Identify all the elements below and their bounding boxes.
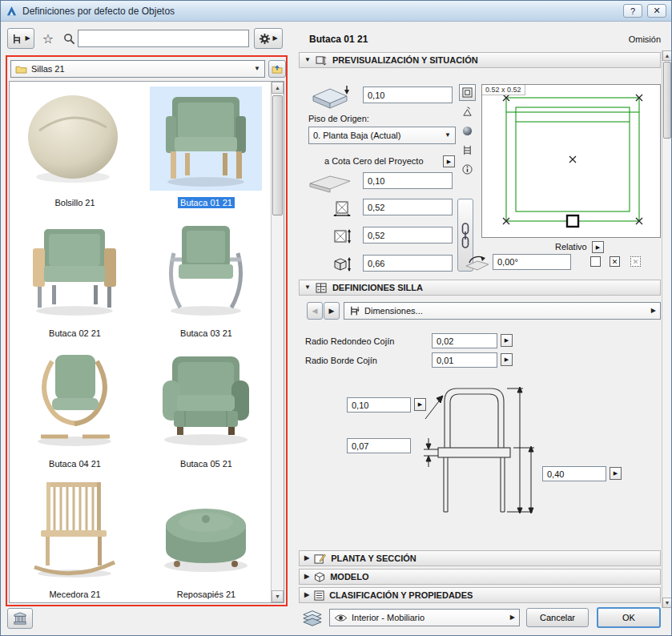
dimension-b-icon [331,227,353,245]
scrollbar-thumb[interactable] [663,62,671,139]
object-label: Bolsillo 21 [52,197,97,208]
scroll-down-icon[interactable]: ▼ [662,598,672,608]
list-icon [314,590,324,601]
object-thumbnail [150,87,262,191]
section-plan-header[interactable]: ▶ PLANTA Y SECCIÓN [299,550,661,566]
scrollbar-thumb[interactable] [272,95,283,215]
section-preview-header[interactable]: ▼ PREVISUALIZACIÓN Y SITUACIÓN [299,52,661,68]
preview-section-icon [316,55,328,66]
project-zero-field[interactable]: 0,10 [363,172,453,189]
relative-label: Relativo [555,242,587,252]
diagram-popup-button[interactable]: ▶ [610,467,622,480]
param-label: Radio Borde Cojín [305,356,377,365]
param-field[interactable]: 0,01 [432,352,497,368]
diagram-mid-field[interactable]: 0,07 [347,438,411,453]
folder-icon [15,65,27,74]
title-bar[interactable]: Definiciones por defecto de Objetos ? ✕ [1,1,671,22]
object-grid: Bolsillo 21 [9,81,284,603]
param-popup-button[interactable]: ▶ [501,334,513,347]
default-status-label: Omisión [594,34,661,44]
chevron-right-icon: ▶ [272,35,277,42]
plan-symbol-drawing [482,85,660,237]
elevation-view-button[interactable] [459,103,476,120]
preview-pane[interactable]: 0.52 x 0.52 [481,84,661,238]
object-label: Butaca 01 21 [178,197,235,208]
ok-button[interactable]: OK [597,607,661,628]
scroll-up-icon[interactable]: ▲ [272,82,284,94]
chevron-right-icon: ▶ [304,555,309,562]
eye-icon [334,614,348,622]
browser-scrollbar[interactable]: ▲ ▼ [271,82,284,602]
object-type-button[interactable]: ▶ [7,28,34,49]
section-silla-header[interactable]: ▼ DEFINICIONES SILLA [299,280,661,296]
temp-hotspot-checkbox[interactable]: ✕ [630,256,641,267]
section-model-header[interactable]: ▶ MODELO [299,569,661,585]
parameter-page-select[interactable]: Dimensiones... ▶ [344,302,661,320]
chevron-down-icon: ▼ [304,57,311,63]
list-item[interactable]: Reposapiés 21 [141,473,272,604]
chevron-right-icon: ▶ [651,308,656,314]
scroll-down-icon[interactable]: ▼ [272,590,284,602]
param-field[interactable]: 0,02 [432,333,497,348]
list-item[interactable]: Butaca 05 21 [141,343,272,473]
close-button[interactable]: ✕ [647,4,666,18]
dimension-b-field[interactable]: 0,52 [363,227,453,244]
origin-story-select[interactable]: 0. Planta Baja (Actual) ▼ [308,127,456,144]
chevron-right-icon: ▶ [304,592,309,598]
elevation-view-icon [462,107,473,117]
panel-scrollbar[interactable]: ▲ ▼ [662,50,672,608]
cancel-button[interactable]: Cancelar [526,608,589,627]
folder-select[interactable]: Sillas 21 ▼ [10,60,265,78]
object-thumbnail [150,217,262,321]
list-item[interactable]: Bolsillo 21 [10,82,140,212]
favorites-star-button[interactable]: ☆ [39,30,57,47]
info-button[interactable] [459,161,476,178]
list-item[interactable]: Butaca 02 21 [10,212,140,343]
mirror-checkbox[interactable] [590,256,601,267]
prev-page-button[interactable]: ◀ [307,302,323,320]
dimension-height-field[interactable]: 0,66 [363,255,453,272]
object-settings-dialog: Definiciones por defecto de Objetos ? ✕ … [0,0,672,636]
next-page-button[interactable]: ▶ [324,302,340,320]
chevron-right-icon: ▶ [510,614,515,621]
hotspot-checkbox[interactable]: ✕ [610,256,620,267]
rotation-field[interactable]: 0,00° [493,254,571,270]
section-title: PLANTA Y SECCIÓN [331,553,416,563]
search-input[interactable] [78,30,249,47]
chair-icon [11,33,23,45]
layers-icon[interactable] [300,608,324,627]
plan-section-icon [314,553,326,564]
object-thumbnail [18,217,131,321]
param-popup-button[interactable]: ▶ [501,353,513,366]
settings-button[interactable]: ▶ [254,28,283,49]
diagram-width-field[interactable]: 0,40 [542,466,606,481]
folder-up-button[interactable] [268,60,286,78]
dimension-height-icon [331,256,353,273]
section-title: CLASIFICACIÓN Y PROPIEDADES [329,590,473,600]
elevation-field[interactable]: 0,10 [363,87,453,103]
section-view-button[interactable] [459,142,476,159]
list-item[interactable]: Mecedora 21 [10,473,140,604]
search-icon[interactable] [62,31,76,46]
window-title: Definiciones por defecto de Objetos [22,6,618,17]
rotation-icon [464,252,491,273]
library-button[interactable] [7,608,33,629]
plan-view-icon [462,87,473,98]
list-item[interactable]: Butaca 03 21 [141,212,272,343]
relative-popup-button[interactable]: ▶ [592,241,604,253]
list-item[interactable]: Butaca 04 21 [10,343,140,473]
scroll-up-icon[interactable]: ▲ [662,50,672,61]
folder-name: Sillas 21 [31,64,250,74]
object-label: Butaca 03 21 [178,328,235,339]
list-item[interactable]: Butaca 01 21 [141,82,272,212]
project-zero-popup-button[interactable]: ▶ [443,155,455,167]
plan-view-button[interactable] [459,84,476,101]
model-view-button[interactable] [459,123,476,139]
diagram-top-field[interactable]: 0,10 [347,397,411,413]
object-thumbnail [150,348,262,452]
app-icon [6,5,18,17]
dimension-a-field[interactable]: 0,52 [363,199,453,215]
help-button[interactable]: ? [623,4,642,18]
section-classification-header[interactable]: ▶ CLASIFICACIÓN Y PROPIEDADES [299,587,661,603]
layer-select[interactable]: Interior - Mobiliario ▶ [329,609,520,626]
